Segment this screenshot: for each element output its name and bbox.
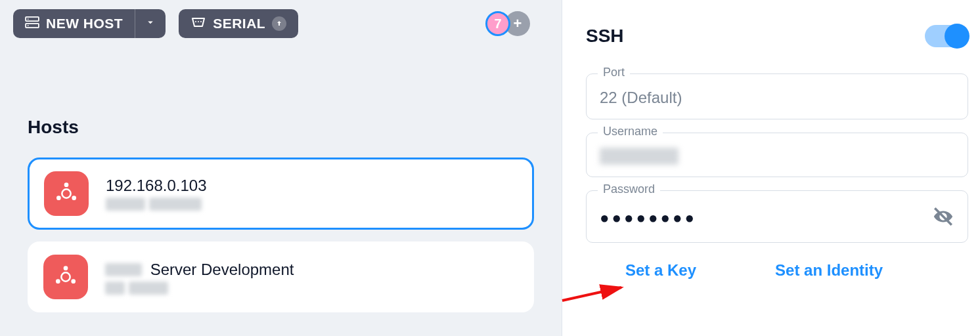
serial-label: SERIAL <box>213 16 265 32</box>
right-panel: SSH Port 22 (Default) Username Password … <box>562 0 980 336</box>
host-subtitle <box>106 198 206 211</box>
svg-point-11 <box>61 272 70 281</box>
svg-point-7 <box>62 189 70 198</box>
host-card[interactable]: 192.168.0.103 <box>28 158 534 230</box>
password-field[interactable]: Password ●●●●●●●● <box>586 190 968 243</box>
new-host-dropdown-button[interactable] <box>135 9 166 38</box>
host-text: Server Development <box>105 259 294 295</box>
left-panel: NEW HOST SERIAL 7 + <box>0 0 562 336</box>
link-row: Set a Key Set an Identity <box>586 261 968 280</box>
eye-off-icon[interactable] <box>932 205 954 230</box>
port-value: 22 (Default) <box>600 89 682 107</box>
svg-point-13 <box>56 279 60 284</box>
svg-point-6 <box>200 21 202 22</box>
new-host-button-group: NEW HOST <box>13 9 166 38</box>
panel-header: SSH <box>586 25 968 47</box>
new-host-button[interactable]: NEW HOST <box>13 9 135 38</box>
svg-point-8 <box>64 182 69 187</box>
svg-point-4 <box>195 21 196 22</box>
new-host-label: NEW HOST <box>46 16 123 32</box>
hosts-section-title: Hosts <box>28 117 548 138</box>
ubuntu-icon <box>43 255 88 299</box>
host-name: 192.168.0.103 <box>106 177 206 195</box>
host-name: Server Development <box>105 259 294 279</box>
set-key-link[interactable]: Set a Key <box>625 261 696 280</box>
chevron-down-icon <box>145 16 156 32</box>
svg-point-12 <box>64 266 68 270</box>
host-card[interactable]: Server Development <box>28 242 534 312</box>
username-value <box>600 148 679 165</box>
annotation-arrow <box>559 280 631 306</box>
toolbar: NEW HOST SERIAL 7 + <box>13 9 548 38</box>
server-icon <box>25 16 39 32</box>
svg-point-5 <box>198 21 199 22</box>
arrow-up-icon <box>272 16 286 31</box>
set-identity-link[interactable]: Set an Identity <box>775 261 883 280</box>
host-text: 192.168.0.103 <box>106 177 206 211</box>
password-value: ●●●●●●●● <box>600 209 697 227</box>
badge-cluster: 7 + <box>485 11 530 36</box>
svg-point-10 <box>72 196 76 200</box>
serial-button[interactable]: SERIAL <box>179 9 298 38</box>
ubuntu-icon <box>44 171 89 216</box>
port-field[interactable]: Port 22 (Default) <box>586 74 968 119</box>
ssh-toggle[interactable] <box>925 25 968 47</box>
host-list: 192.168.0.103 Server Development <box>13 158 548 312</box>
notification-badge[interactable]: 7 <box>485 11 510 36</box>
port-label: Port <box>598 66 630 79</box>
host-subtitle <box>105 282 294 295</box>
svg-point-9 <box>56 196 61 200</box>
svg-point-2 <box>28 18 29 20</box>
username-field[interactable]: Username <box>586 133 968 177</box>
svg-point-14 <box>71 279 76 284</box>
toggle-knob <box>945 24 969 49</box>
serial-port-icon <box>190 16 206 32</box>
username-label: Username <box>598 125 663 138</box>
svg-point-3 <box>28 25 29 26</box>
password-label: Password <box>598 182 660 196</box>
panel-title: SSH <box>586 26 624 47</box>
svg-line-16 <box>562 287 621 301</box>
